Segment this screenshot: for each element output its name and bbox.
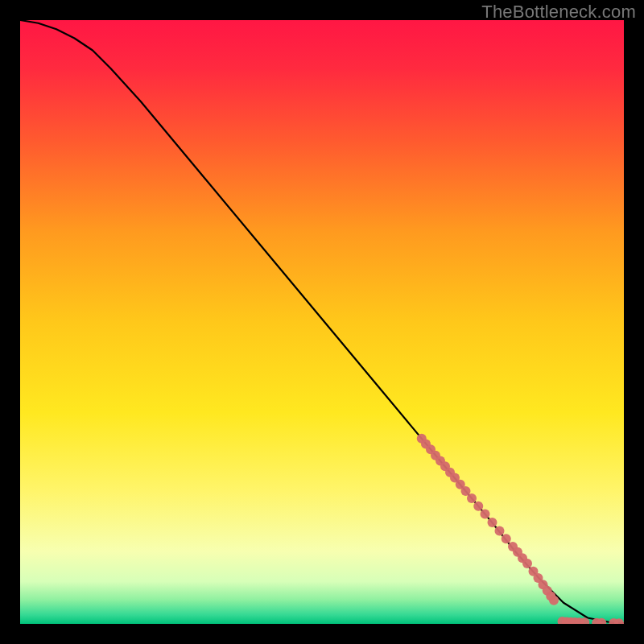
data-point [488,518,497,527]
data-point [522,559,532,568]
data-point [495,526,505,536]
data-point [549,596,559,605]
data-point [502,534,511,543]
chart-stage: TheBottleneck.com [0,0,644,644]
data-point [481,510,490,519]
data-point [467,493,477,503]
data-point [473,502,483,511]
gradient-background [20,20,624,624]
plot-area [20,20,624,624]
chart-svg [20,20,624,624]
watermark-text: TheBottleneck.com [481,2,636,23]
